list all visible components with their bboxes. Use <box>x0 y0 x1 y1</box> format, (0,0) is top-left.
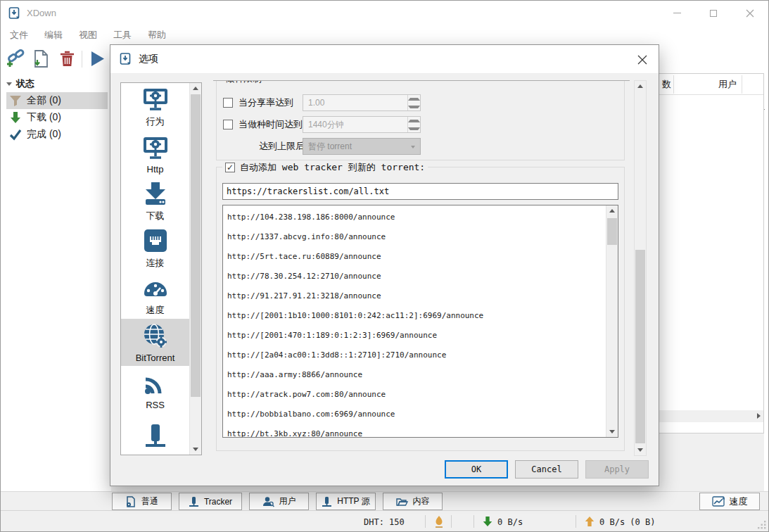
seeding-limits-group: 做种限制 当分享率达到 1.00 当做种时间达到 1440分钟 <box>216 80 625 160</box>
statusbar: DHT: 150 0 B/s 0 B/s (0 B) <box>1 510 768 532</box>
scroll-right-icon <box>757 413 761 419</box>
tracker-row[interactable]: http://5rt.tace.ru:60889/announce <box>223 247 618 267</box>
window-title: XDown <box>27 8 56 18</box>
download-speed: 0 B/s <box>497 517 523 527</box>
rss-icon <box>141 369 170 398</box>
share-ratio-label: 当分享率达到 <box>239 96 293 109</box>
titlebar: XDown <box>1 1 768 25</box>
settings-content: 做种限制 当分享率达到 1.00 当做种时间达到 1440分钟 <box>213 80 630 456</box>
nav-item-behavior[interactable]: 行为 <box>121 83 189 130</box>
options-dialog: 选项 行为 Http 下载 连接 <box>110 44 659 486</box>
seed-time-label: 当做种时间达到 <box>239 118 303 131</box>
app-icon <box>8 7 21 20</box>
dht-status: DHT: 150 <box>364 517 405 527</box>
sidebar-item-label: 全部 (0) <box>27 94 61 107</box>
tracker-list-scrollbar[interactable] <box>606 205 618 437</box>
tracker-row[interactable]: http://aaa.army:8866/announce <box>223 365 618 385</box>
minimize-button[interactable] <box>659 1 695 25</box>
dialog-titlebar: 选项 <box>110 45 659 74</box>
tracker-row[interactable]: http://[2a04:ac00:1:3dd8::1:2710]:2710/a… <box>223 346 618 365</box>
sidebar-item-completed[interactable]: 完成 (0) <box>6 126 108 143</box>
seeding-limits-group-title: 做种限制 <box>222 80 265 85</box>
user-search-icon <box>262 496 274 507</box>
spinner-buttons <box>407 95 420 110</box>
after-limit-label: 达到上限后: <box>259 140 307 153</box>
tracker-row[interactable]: http://78.30.254.12:2710/announce <box>223 267 618 286</box>
settings-nav: 行为 Http 下载 连接 速度 <box>120 82 202 455</box>
tracker-row[interactable]: http://bt.3kb.xyz:80/announce <box>223 424 618 438</box>
flame-icon <box>433 515 445 528</box>
scroll-up-icon <box>609 209 615 213</box>
column-header-user[interactable]: 用户 <box>703 74 752 95</box>
share-ratio-spinner: 1.00 <box>303 94 421 111</box>
add-link-button[interactable] <box>6 49 25 68</box>
nav-item-http[interactable]: Http <box>121 130 189 177</box>
tab-tracker[interactable]: Tracker <box>179 493 242 510</box>
nav-item-rss[interactable]: RSS <box>121 366 189 413</box>
tracker-row[interactable]: http://bobbialbano.com:6969/announce <box>223 405 618 424</box>
cancel-button[interactable]: Cancel <box>515 460 578 479</box>
tab-content[interactable]: 内容 <box>383 493 443 510</box>
share-ratio-checkbox[interactable] <box>223 98 233 108</box>
close-icon <box>746 9 754 18</box>
menu-view[interactable]: 视图 <box>79 29 97 42</box>
close-icon <box>637 55 647 65</box>
chevron-down-icon <box>411 146 415 148</box>
auto-tracker-checkbox[interactable]: ✓ <box>225 163 235 172</box>
tab-http-source[interactable]: HTTP 源 <box>316 493 376 510</box>
upload-speed-icon <box>584 515 595 528</box>
nav-scrollbar-thumb[interactable] <box>191 94 201 397</box>
start-button[interactable] <box>88 49 107 68</box>
auto-tracker-group: ✓ 自动添加 web tracker 到新的 torrent: http://1… <box>216 167 625 451</box>
seed-time-checkbox[interactable] <box>223 120 233 129</box>
tracker-row[interactable]: http://91.217.91.21:3218/announce <box>223 286 618 306</box>
seed-time-spinner: 1440分钟 <box>303 116 421 133</box>
tab-peers[interactable]: 用户 <box>249 493 309 510</box>
sidebar-item-downloading[interactable]: 下载 (0) <box>6 109 108 126</box>
sidebar-item-label: 完成 (0) <box>27 128 61 141</box>
after-limit-dropdown: 暂停 torrent <box>303 138 421 155</box>
close-button[interactable] <box>732 1 768 25</box>
sidebar-item-all[interactable]: 全部 (0) <box>6 92 108 109</box>
nav-item-partial[interactable] <box>121 413 189 455</box>
globe-gear-icon <box>141 322 170 350</box>
nav-item-connection[interactable]: 连接 <box>121 224 189 272</box>
new-task-button[interactable] <box>32 49 51 68</box>
menubar: 文件 编辑 视图 工具 帮助 <box>1 25 768 44</box>
maximize-button[interactable] <box>695 1 732 25</box>
tracker-row[interactable]: http://1337.abcvg.info:80/announce <box>223 227 618 247</box>
tab-general[interactable]: 普通 <box>112 493 172 510</box>
delete-button[interactable] <box>58 49 77 68</box>
menu-tools[interactable]: 工具 <box>113 29 132 42</box>
ok-button[interactable]: OK <box>445 460 508 479</box>
tree-header-status[interactable]: 状态 <box>1 75 110 92</box>
nav-item-download[interactable]: 下载 <box>121 177 189 224</box>
tracker-row[interactable]: http://[2001:1b10:1000:8101:0:242:ac11:2… <box>223 306 618 326</box>
download-arrow-icon <box>9 111 22 124</box>
server-icon <box>322 496 332 507</box>
resize-grip[interactable] <box>758 521 766 529</box>
tracker-row[interactable]: http://[2001:470:1:189:0:1:2:3]:6969/ann… <box>223 326 618 346</box>
tracker-list: http://104.238.198.186:8000/announce htt… <box>222 205 618 438</box>
monitor-gear-icon <box>141 134 170 162</box>
dialog-close-button[interactable] <box>635 52 650 68</box>
content-scrollbar[interactable] <box>634 80 647 456</box>
menu-file[interactable]: 文件 <box>10 29 28 42</box>
nav-item-bittorrent[interactable]: BitTorrent <box>121 319 189 366</box>
spinner-buttons <box>407 117 420 132</box>
scroll-up-icon <box>637 84 643 88</box>
ethernet-icon <box>141 227 170 255</box>
tracker-scrollbar-thumb[interactable] <box>607 218 617 245</box>
menu-edit[interactable]: 编辑 <box>44 29 63 42</box>
nav-scrollbar[interactable] <box>189 83 201 455</box>
tracker-row[interactable]: http://atrack.pow7.com:80/announce <box>223 385 618 405</box>
nav-item-speed[interactable]: 速度 <box>121 272 189 319</box>
folder-open-icon <box>396 496 408 507</box>
monitor-gear-icon <box>141 85 170 113</box>
tracker-row[interactable]: http://104.238.198.186:8000/announce <box>223 208 618 227</box>
menu-help[interactable]: 帮助 <box>148 29 166 42</box>
download-speed-icon <box>482 515 493 528</box>
content-scrollbar-thumb[interactable] <box>635 250 645 443</box>
tracker-list-url-input[interactable] <box>222 183 618 200</box>
speed-graph-button[interactable]: 速度 <box>699 493 760 510</box>
